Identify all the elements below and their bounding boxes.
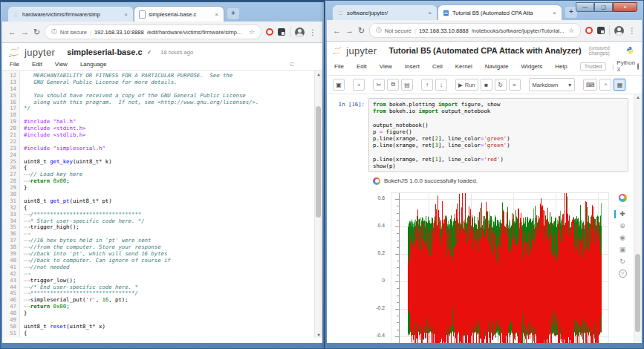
- file-title[interactable]: simpleserial-base.c: [67, 48, 143, 56]
- restart-kernel-button[interactable]: ↻: [495, 79, 507, 91]
- address-bar[interactable]: ⓘ Not secure | 192.168.33.10:8888/edit/h…: [45, 25, 261, 39]
- browser-tab-firmware-dir[interactable]: hardware/victims/firmware/simp ×: [7, 6, 134, 22]
- code-line: show(p): [373, 163, 624, 169]
- cell-type-dropdown[interactable]: Markdown▾: [529, 78, 575, 91]
- extension-icon-dark[interactable]: [597, 27, 605, 34]
- box-zoom-tool-icon[interactable]: ⊕: [619, 222, 625, 230]
- notebook-title[interactable]: Tutorial B5 (Automated CPA Attack with A…: [388, 46, 581, 55]
- menu-item-kernel[interactable]: Kernel: [455, 63, 472, 70]
- menu-item-navigate[interactable]: Navigate: [485, 63, 509, 70]
- new-tab-button[interactable]: +: [227, 8, 239, 19]
- scroll-up-icon[interactable]: ▲: [634, 94, 642, 101]
- bokeh-logo-icon[interactable]: [619, 194, 627, 202]
- interrupt-kernel-button[interactable]: ■: [481, 79, 492, 91]
- menu-item-file[interactable]: File: [10, 61, 19, 68]
- menu-item-insert[interactable]: Insert: [405, 63, 420, 70]
- profile-avatar[interactable]: [295, 27, 305, 37]
- back-icon[interactable]: ←: [333, 27, 341, 35]
- move-up-button[interactable]: ↑: [421, 79, 433, 91]
- bokeh-status-row: BokehJS 1.0.0 successfully loaded.: [373, 177, 642, 185]
- back-icon[interactable]: ←: [8, 28, 16, 36]
- browser-menu-icon[interactable]: ⋮: [309, 28, 316, 36]
- extension-icon-red[interactable]: [585, 27, 593, 34]
- jupyter-wordmark[interactable]: jupyter: [25, 47, 55, 58]
- jupyter-favicon: [13, 11, 19, 18]
- menu-item-widgets[interactable]: Widgets: [521, 63, 542, 70]
- tab-strip: hardware/victims/firmware/simp × simples…: [2, 2, 322, 22]
- page-scrollbar[interactable]: ▲ ▼: [634, 94, 642, 343]
- code-editor[interactable]: 1213141516171819202122232425262728293031…: [2, 71, 322, 337]
- browser-tab-jupyter-dir[interactable]: software/jupyter/ ×: [332, 4, 438, 20]
- info-icon[interactable]: ⓘ: [376, 27, 382, 34]
- browser-tab-simpleserial[interactable]: simpleserial-base.c ×: [134, 6, 224, 22]
- code-line: }: [24, 185, 322, 192]
- code-cell[interactable]: In [16]: from bokeh.plotting import figu…: [327, 98, 642, 172]
- address-bar[interactable]: ⓘ Not secure | 192.168.33.10:8888/notebo…: [369, 23, 581, 38]
- browser-toolbar: ← → ↻ ⓘ Not secure | 192.168.33.10:8888/…: [327, 20, 642, 42]
- menu-item-cell[interactable]: Cell: [432, 63, 443, 70]
- bookmark-star-icon[interactable]: ☆: [568, 27, 574, 34]
- editor-scrollbar[interactable]: ▲ ▼: [314, 71, 322, 338]
- copy-cell-button[interactable]: ⧉: [387, 79, 399, 91]
- menu-item-help[interactable]: Help: [555, 63, 567, 70]
- code-line: #include "simpleserial.h": [24, 146, 322, 152]
- restart-run-all-button[interactable]: »: [509, 79, 521, 91]
- kernel-status-icon: [637, 63, 639, 70]
- menu-item-file[interactable]: File: [334, 63, 344, 70]
- browser-menu-icon[interactable]: ⋮: [628, 27, 636, 35]
- cell-input[interactable]: from bokeh.plotting import figure, showf…: [368, 98, 628, 172]
- menu-item-edit[interactable]: Edit: [357, 63, 367, 70]
- y-tick-label: -0.4: [376, 333, 385, 338]
- paste-cell-button[interactable]: ▤: [401, 79, 413, 91]
- help-tool-icon[interactable]: ?: [619, 270, 627, 278]
- minimize-button[interactable]: —: [576, 2, 594, 12]
- move-down-button[interactable]: ↓: [435, 79, 447, 91]
- extension-icon-dark[interactable]: [278, 28, 285, 36]
- maximize-button[interactable]: ❑: [594, 2, 613, 12]
- menu-item-language[interactable]: Language: [80, 61, 107, 68]
- jupyter-wordmark[interactable]: jupyter: [346, 45, 377, 56]
- menu-item-edit[interactable]: Edit: [32, 61, 42, 68]
- notebook-content: In [16]: from bokeh.plotting import figu…: [327, 94, 642, 343]
- profile-avatar[interactable]: [614, 26, 624, 36]
- wheel-zoom-tool-icon[interactable]: ◉: [619, 234, 625, 242]
- reload-icon[interactable]: ↻: [33, 28, 40, 36]
- forward-icon[interactable]: →: [345, 27, 354, 35]
- line-number: 51: [2, 330, 16, 337]
- scroll-up-icon[interactable]: ▲: [315, 71, 322, 77]
- scrollbar-thumb[interactable]: [635, 254, 640, 332]
- pan-tool-icon[interactable]: ✚: [619, 210, 625, 218]
- scroll-down-icon[interactable]: ▼: [315, 331, 322, 338]
- editor-menubar: FileEditViewLanguage C: [2, 59, 322, 71]
- code-lines[interactable]: MERCHANTABILITY OR FITNESS FOR A PARTICU…: [20, 71, 322, 337]
- bookmark-star-icon[interactable]: ☆: [249, 28, 255, 36]
- reset-plot-tool-icon[interactable]: ↻: [619, 258, 625, 266]
- tab-close-icon[interactable]: ×: [427, 10, 432, 16]
- last-saved-timestamp: 18 hours ago: [160, 49, 193, 56]
- tab-close-icon[interactable]: ×: [552, 10, 557, 16]
- cut-cell-button[interactable]: ✂: [373, 79, 385, 91]
- scrollbar-thumb[interactable]: [316, 106, 321, 218]
- reload-icon[interactable]: ↻: [358, 27, 365, 35]
- command-palette-button[interactable]: ⌨: [583, 79, 598, 91]
- menu-item-view[interactable]: View: [380, 63, 392, 70]
- browser-tab-tutorial[interactable]: Tutorial B5 (Automated CPA Atta ×: [438, 4, 562, 20]
- forward-icon[interactable]: →: [21, 28, 29, 36]
- info-icon[interactable]: ⓘ: [51, 28, 57, 36]
- save-button[interactable]: ▣: [333, 79, 345, 91]
- trusted-badge: Trusted: [580, 62, 606, 71]
- menu-item-view[interactable]: View: [55, 61, 68, 68]
- tab-label: simpleserial-base.c: [149, 11, 211, 18]
- save-plot-tool-icon[interactable]: ▣: [619, 246, 626, 254]
- tab-close-icon[interactable]: ×: [214, 11, 219, 18]
- close-button[interactable]: ×: [613, 2, 637, 12]
- add-cell-button[interactable]: +: [353, 79, 365, 91]
- plot-canvas[interactable]: [391, 192, 609, 343]
- kernel-name: Python 3: [617, 59, 635, 73]
- extension-icon-red[interactable]: [266, 28, 273, 36]
- tab-close-icon[interactable]: ×: [123, 11, 129, 18]
- run-button[interactable]: ▶Run: [455, 79, 478, 91]
- code-line: p.line(xrange, ret[1], line_color='red'): [373, 156, 624, 163]
- scratchpad-button[interactable]: ^: [599, 79, 611, 91]
- cell-toolbar-grid-button[interactable]: ▦: [614, 79, 625, 91]
